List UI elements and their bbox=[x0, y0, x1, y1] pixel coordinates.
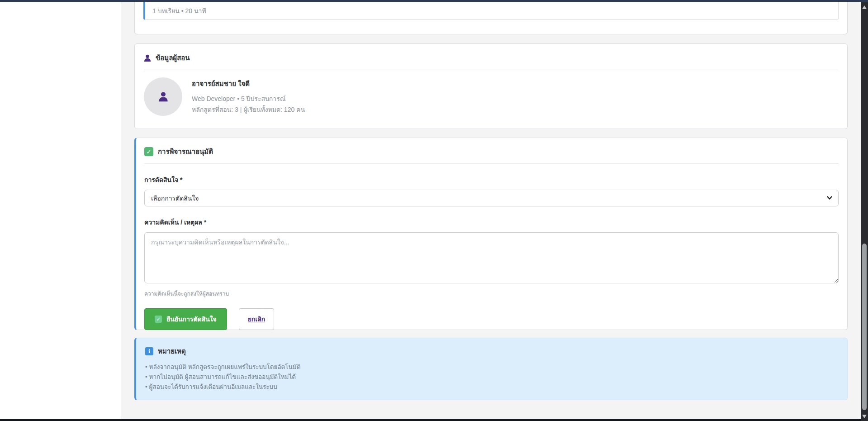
lesson-summary-box: 1 บทเรียน • 20 นาที bbox=[143, 2, 839, 20]
comment-textarea[interactable] bbox=[144, 232, 839, 283]
confirm-decision-button[interactable]: ✓ ยืนยันการตัดสินใจ bbox=[144, 308, 227, 330]
instructor-role: Web Developer • 5 ปีประสบการณ์ bbox=[192, 93, 305, 104]
note-item: หากไม่อนุมัติ ผู้สอนสามารถแก้ไขและส่งขออ… bbox=[145, 372, 838, 382]
lesson-summary-text: 1 บทเรียน • 20 นาที bbox=[152, 7, 206, 14]
bottom-edge-bar bbox=[0, 419, 861, 421]
approval-section-title: การพิจารณาอนุมัติ bbox=[158, 146, 213, 157]
divider bbox=[144, 163, 839, 164]
instructor-stats: หลักสูตรที่สอน: 3 | ผู้เรียนทั้งหมด: 120… bbox=[192, 104, 305, 115]
divider bbox=[144, 70, 838, 70]
approval-card: ✓ การพิจารณาอนุมัติ การตัดสินใจ * เลือกก… bbox=[134, 138, 848, 330]
instructor-card: ข้อมูลผู้สอน อาจารย์สมชาย ใจดี Web Devel… bbox=[134, 43, 848, 129]
confirm-decision-label: ยืนยันการตัดสินใจ bbox=[166, 314, 217, 324]
comment-help-text: ความคิดเห็นนี้จะถูกส่งให้ผู้สอนทราบ bbox=[144, 289, 839, 298]
decision-label: การตัดสินใจ * bbox=[144, 175, 839, 185]
instructor-avatar bbox=[144, 77, 182, 116]
instructor-name: อาจารย์สมชาย ใจดี bbox=[192, 78, 305, 89]
note-item: หลังจากอนุมัติ หลักสูตรจะถูกเผยแพร่ในระบ… bbox=[145, 362, 838, 372]
note-card: i หมายเหตุ หลังจากอนุมัติ หลักสูตรจะถูกเ… bbox=[134, 338, 848, 400]
person-icon bbox=[158, 91, 168, 102]
note-section-title: หมายเหตุ bbox=[158, 346, 186, 357]
left-sidebar bbox=[0, 2, 121, 419]
info-icon: i bbox=[145, 347, 153, 355]
scroll-up-arrow[interactable] bbox=[862, 5, 867, 9]
main-content-area: 1 บทเรียน • 20 นาที ข้อมูลผู้สอน bbox=[122, 2, 861, 419]
vertical-scrollbar[interactable] bbox=[861, 2, 868, 421]
note-item: ผู้สอนจะได้รับการแจ้งเตือนผ่านอีเมลและใน… bbox=[145, 382, 838, 392]
scrollbar-thumb[interactable] bbox=[862, 244, 867, 410]
course-structure-card: 1 บทเรียน • 20 นาที bbox=[134, 2, 848, 34]
person-icon bbox=[144, 54, 151, 62]
scroll-down-arrow[interactable] bbox=[862, 415, 867, 418]
cancel-button[interactable]: ยกเลิก bbox=[239, 308, 275, 330]
navbar-bottom-edge bbox=[0, 0, 868, 2]
decision-select[interactable]: เลือกการตัดสินใจ bbox=[144, 190, 839, 206]
comment-label: ความคิดเห็น / เหตุผล * bbox=[144, 217, 839, 227]
check-icon: ✓ bbox=[144, 147, 153, 156]
instructor-section-title: ข้อมูลผู้สอน bbox=[156, 53, 190, 63]
check-icon: ✓ bbox=[155, 316, 162, 323]
